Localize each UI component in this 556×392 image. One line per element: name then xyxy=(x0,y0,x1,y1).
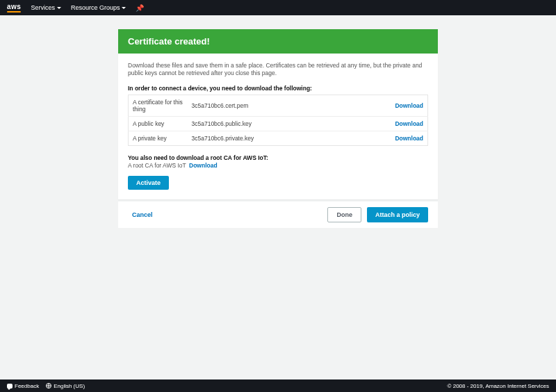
cancel-button[interactable]: Cancel xyxy=(128,208,157,222)
banner-title: Certificate created! xyxy=(128,36,210,47)
done-button[interactable]: Done xyxy=(327,207,361,222)
download-link-public[interactable]: Download xyxy=(395,120,423,127)
wizard-footer: Cancel Done Attach a policy xyxy=(118,202,438,228)
card-body: Download these files and save them in a … xyxy=(118,54,438,199)
file-name: 3c5a710bc6.cert.pem xyxy=(188,95,345,116)
certificate-card: Certificate created! Download these file… xyxy=(118,29,438,199)
aws-logo[interactable]: aws xyxy=(7,3,21,13)
instruction-text: In order to connect a device, you need t… xyxy=(128,85,428,92)
language-selector[interactable]: English (US) xyxy=(46,383,85,389)
download-link-cert[interactable]: Download xyxy=(395,102,423,109)
root-ca-section: You also need to download a root CA for … xyxy=(128,154,428,169)
top-navbar: aws Services Resource Groups 📌 xyxy=(0,0,556,15)
nav-services[interactable]: Services xyxy=(31,4,61,11)
status-bar: Feedback English (US) © 2008 - 2019, Ama… xyxy=(0,379,556,392)
success-banner: Certificate created! xyxy=(118,29,438,54)
nav-resource-groups[interactable]: Resource Groups xyxy=(71,4,126,11)
file-name: 3c5a710bc6.public.key xyxy=(188,116,345,131)
chevron-down-icon xyxy=(122,7,126,9)
files-table: A certificate for this thing 3c5a710bc6.… xyxy=(128,95,428,146)
download-link-rootca[interactable]: Download xyxy=(189,162,218,169)
table-row: A private key 3c5a710bc6.private.key Dow… xyxy=(129,131,428,145)
root-ca-line: A root CA for AWS IoT Download xyxy=(128,162,428,169)
language-label: English (US) xyxy=(54,383,85,389)
certificate-panel: Certificate created! Download these file… xyxy=(118,29,438,228)
file-desc: A certificate for this thing xyxy=(129,95,188,116)
main-area: Certificate created! Download these file… xyxy=(0,15,556,379)
nav-resource-groups-label: Resource Groups xyxy=(71,4,120,11)
root-ca-header: You also need to download a root CA for … xyxy=(128,154,428,161)
file-name: 3c5a710bc6.private.key xyxy=(188,131,345,145)
nav-services-label: Services xyxy=(31,4,55,11)
download-link-private[interactable]: Download xyxy=(395,135,423,142)
pin-icon[interactable]: 📌 xyxy=(136,4,144,12)
feedback-link[interactable]: Feedback xyxy=(7,383,39,389)
root-ca-prefix: A root CA for AWS IoT xyxy=(128,162,186,169)
globe-icon xyxy=(46,383,51,389)
chevron-down-icon xyxy=(57,7,61,9)
attach-policy-button[interactable]: Attach a policy xyxy=(367,207,428,222)
file-desc: A public key xyxy=(129,116,188,131)
activate-button[interactable]: Activate xyxy=(128,176,169,190)
notice-text: Download these files and save them in a … xyxy=(128,62,428,78)
file-desc: A private key xyxy=(129,131,188,145)
copyright-text: © 2008 - 2019, Amazon Internet Services xyxy=(448,383,549,389)
table-row: A public key 3c5a710bc6.public.key Downl… xyxy=(129,116,428,131)
table-row: A certificate for this thing 3c5a710bc6.… xyxy=(129,95,428,116)
feedback-icon xyxy=(7,384,13,389)
feedback-label: Feedback xyxy=(15,383,39,389)
